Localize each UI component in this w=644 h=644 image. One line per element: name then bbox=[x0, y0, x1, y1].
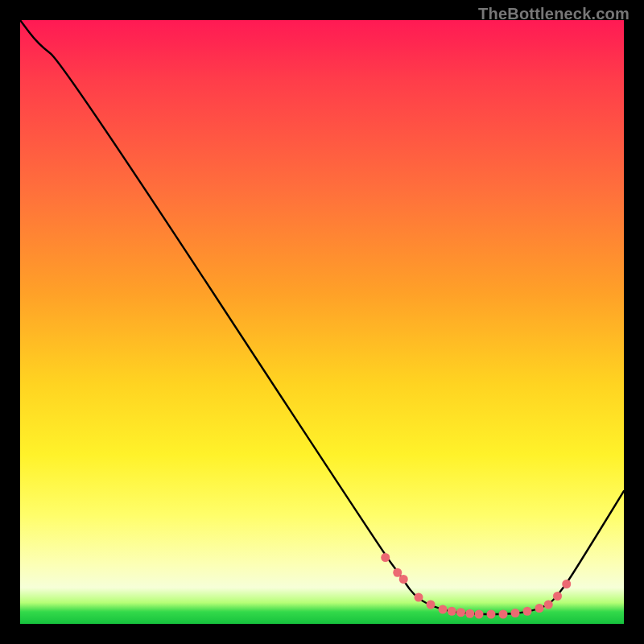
curve-svg bbox=[20, 20, 624, 624]
data-marker bbox=[399, 575, 408, 584]
data-marker bbox=[456, 608, 465, 617]
data-marker bbox=[544, 601, 553, 609]
plot-area bbox=[20, 20, 624, 624]
data-marker bbox=[427, 601, 436, 609]
data-marker bbox=[393, 568, 402, 577]
data-marker bbox=[448, 607, 456, 616]
data-marker bbox=[475, 610, 484, 619]
data-marker bbox=[535, 604, 544, 613]
data-marker bbox=[439, 605, 448, 614]
data-marker bbox=[487, 610, 496, 619]
data-marker bbox=[553, 592, 562, 601]
bottleneck-curve bbox=[20, 20, 624, 614]
data-marker bbox=[415, 593, 423, 602]
chart-frame: TheBottleneck.com bbox=[0, 0, 644, 644]
data-marker bbox=[523, 607, 532, 616]
data-marker bbox=[465, 609, 474, 618]
data-marker bbox=[381, 553, 390, 562]
data-marker bbox=[511, 609, 520, 617]
marker-group bbox=[381, 553, 571, 619]
data-marker bbox=[562, 580, 571, 588]
data-marker bbox=[499, 610, 508, 619]
